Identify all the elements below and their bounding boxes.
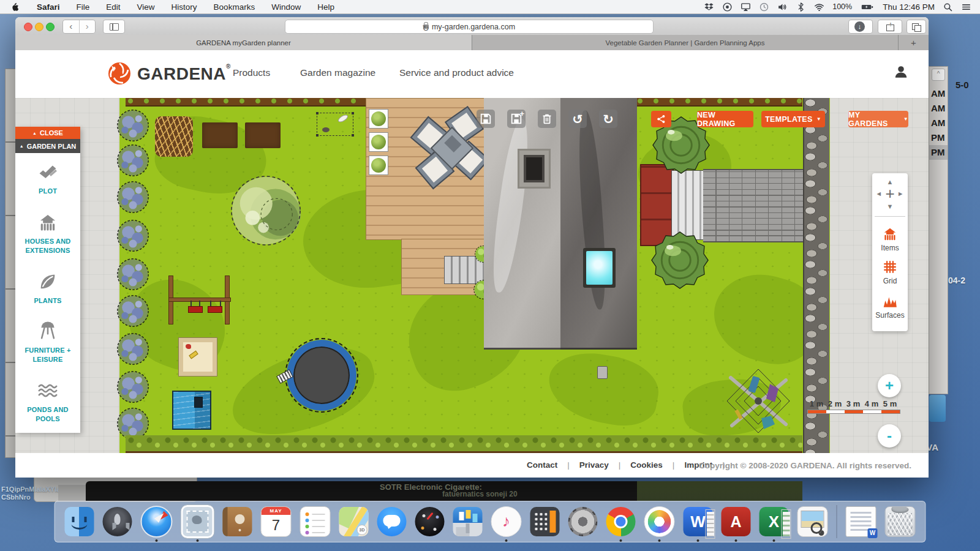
dock-itunes-icon[interactable]: ♪ bbox=[491, 506, 522, 537]
dock-trash-icon[interactable] bbox=[885, 506, 916, 537]
menu-edit[interactable]: Edit bbox=[106, 2, 120, 12]
dock-calculator-icon[interactable] bbox=[530, 507, 560, 536]
zoom-window-button[interactable] bbox=[46, 23, 55, 31]
notification-center-icon[interactable] bbox=[961, 2, 971, 12]
wifi-icon[interactable] bbox=[814, 2, 824, 12]
potted-plant[interactable] bbox=[369, 156, 388, 175]
apple-icon[interactable] bbox=[11, 2, 20, 12]
purple-bush[interactable] bbox=[116, 180, 150, 214]
selection-handle[interactable] bbox=[352, 134, 354, 137]
redo-button[interactable]: ↻ bbox=[599, 110, 617, 128]
menu-app-name[interactable]: Safari bbox=[37, 2, 60, 12]
chimney[interactable] bbox=[518, 149, 551, 189]
account-person-icon[interactable] bbox=[893, 64, 909, 80]
dock-launchpad-icon[interactable] bbox=[103, 507, 132, 536]
sidebar-item-ponds[interactable]: PONDS AND POOLS bbox=[15, 380, 80, 424]
purple-bush[interactable] bbox=[116, 143, 150, 178]
dock-calendar-icon[interactable]: MAY 7 bbox=[261, 506, 292, 537]
sandbox[interactable] bbox=[179, 338, 217, 376]
dock-mail-icon[interactable] bbox=[181, 505, 214, 538]
purple-bush[interactable] bbox=[116, 219, 150, 253]
address-bar[interactable]: my-garden.gardena.com ↻ bbox=[285, 20, 654, 34]
dock-minimized-document[interactable]: W bbox=[846, 506, 876, 537]
undo-button[interactable]: ↺ bbox=[568, 110, 587, 128]
minimize-window-button[interactable] bbox=[35, 23, 43, 31]
house-roof-dark[interactable] bbox=[560, 98, 637, 350]
share-drawing-button[interactable] bbox=[651, 111, 671, 127]
purple-bush[interactable] bbox=[116, 108, 150, 143]
grid-tool[interactable]: Grid bbox=[872, 259, 908, 285]
dock-system-preferences-icon[interactable] bbox=[568, 507, 598, 536]
blue-playhouse[interactable] bbox=[172, 391, 211, 430]
dock-acrobat-icon[interactable]: A bbox=[722, 507, 751, 536]
time-machine-icon[interactable] bbox=[759, 2, 769, 12]
sidebar-item-furniture[interactable]: FURNITURE + LEISURE bbox=[15, 321, 80, 364]
sidebar-toggle-button[interactable] bbox=[103, 20, 125, 34]
potted-plant[interactable] bbox=[369, 109, 388, 129]
menu-bookmarks[interactable]: Bookmarks bbox=[214, 2, 255, 12]
dock-photos-icon[interactable] bbox=[644, 506, 675, 537]
spotlight-search-icon[interactable] bbox=[943, 2, 953, 12]
dock-keynote-icon[interactable] bbox=[453, 507, 483, 536]
purple-bush[interactable] bbox=[116, 370, 150, 404]
dropbox-icon[interactable] bbox=[704, 2, 714, 12]
airplay-icon[interactable] bbox=[741, 2, 751, 12]
share-page-button[interactable]: ↑ bbox=[878, 20, 902, 34]
tab-vegetable-planner[interactable]: Vegetable Garden Planner | Garden Planni… bbox=[472, 35, 899, 50]
nav-products[interactable]: Products bbox=[233, 67, 270, 78]
back-button[interactable]: ‹ bbox=[63, 20, 80, 33]
save-button[interactable] bbox=[477, 110, 495, 128]
dock-messages-icon[interactable] bbox=[377, 507, 407, 536]
selection-handle[interactable] bbox=[316, 112, 318, 114]
pan-center-button[interactable]: + bbox=[885, 184, 894, 203]
footer-link-contact[interactable]: Contact bbox=[527, 460, 557, 470]
pan-right-arrow[interactable]: ▲ bbox=[898, 191, 905, 198]
reload-icon[interactable]: ↻ bbox=[422, 23, 429, 33]
dock-chrome-icon[interactable] bbox=[606, 507, 636, 536]
house-roof-light[interactable] bbox=[484, 98, 560, 350]
menu-help[interactable]: Help bbox=[317, 2, 334, 12]
pan-down-arrow[interactable]: ▼ bbox=[887, 203, 894, 210]
swing-set[interactable] bbox=[168, 276, 230, 324]
menu-clock[interactable]: Thu 12:46 PM bbox=[883, 2, 935, 12]
footer-link-cookies[interactable]: Cookies bbox=[630, 460, 663, 470]
menu-window[interactable]: Window bbox=[271, 2, 301, 12]
hedge-strip-bottom[interactable] bbox=[126, 435, 802, 453]
selection-handle[interactable] bbox=[352, 112, 354, 114]
new-tab-button[interactable]: + bbox=[899, 35, 929, 50]
selected-object-box[interactable] bbox=[317, 113, 353, 136]
dock-finder-icon[interactable] bbox=[65, 507, 94, 536]
sidebar-item-houses[interactable]: HOUSES AND EXTENSIONS bbox=[15, 212, 80, 255]
purple-bush[interactable] bbox=[116, 332, 150, 366]
zoom-in-button[interactable]: + bbox=[878, 374, 901, 397]
sidebar-garden-plan-header[interactable]: ▲GARDEN PLAN bbox=[15, 139, 80, 153]
rotary-clothesline[interactable] bbox=[718, 363, 798, 439]
pan-left-arrow[interactable]: ▲ bbox=[875, 191, 882, 198]
dock-word-icon[interactable]: W bbox=[684, 507, 713, 536]
large-tree[interactable] bbox=[230, 174, 302, 247]
downloads-button[interactable]: ↓ bbox=[848, 20, 873, 34]
footer-link-privacy[interactable]: Privacy bbox=[579, 460, 609, 470]
dock-contacts-icon[interactable] bbox=[223, 507, 252, 536]
purple-bush[interactable] bbox=[116, 257, 150, 291]
nav-garden-magazine[interactable]: Garden magazine bbox=[300, 67, 375, 78]
garden-plan-canvas[interactable]: + ↺ ↻ NEW DRAWING TEMPLATES▼ MY GARDENS▼… bbox=[15, 98, 929, 453]
battery-icon[interactable] bbox=[860, 2, 875, 12]
my-gardens-button[interactable]: MY GARDENS▼ bbox=[848, 111, 908, 127]
new-drawing-button[interactable]: NEW DRAWING bbox=[697, 111, 753, 127]
brick-path[interactable] bbox=[703, 169, 804, 242]
soil-patch[interactable] bbox=[245, 122, 281, 148]
trampoline[interactable] bbox=[287, 340, 356, 411]
creative-cloud-icon[interactable] bbox=[722, 2, 733, 12]
delete-button[interactable] bbox=[538, 110, 556, 128]
tab-overview-button[interactable] bbox=[907, 20, 926, 34]
sidebar-item-plants[interactable]: PLANTS bbox=[15, 271, 80, 305]
side-steps[interactable] bbox=[671, 170, 704, 240]
skylight-window[interactable] bbox=[583, 248, 616, 288]
gardena-logo[interactable]: GARDENA® bbox=[107, 61, 231, 86]
templates-button[interactable]: TEMPLATES▼ bbox=[761, 111, 825, 127]
close-window-button[interactable] bbox=[24, 23, 32, 31]
dock-dashboard-icon[interactable] bbox=[415, 507, 445, 536]
tab-mygarden-planner[interactable]: GARDENA myGarden planner bbox=[15, 35, 472, 50]
nav-service-advice[interactable]: Service and product advice bbox=[399, 67, 514, 78]
